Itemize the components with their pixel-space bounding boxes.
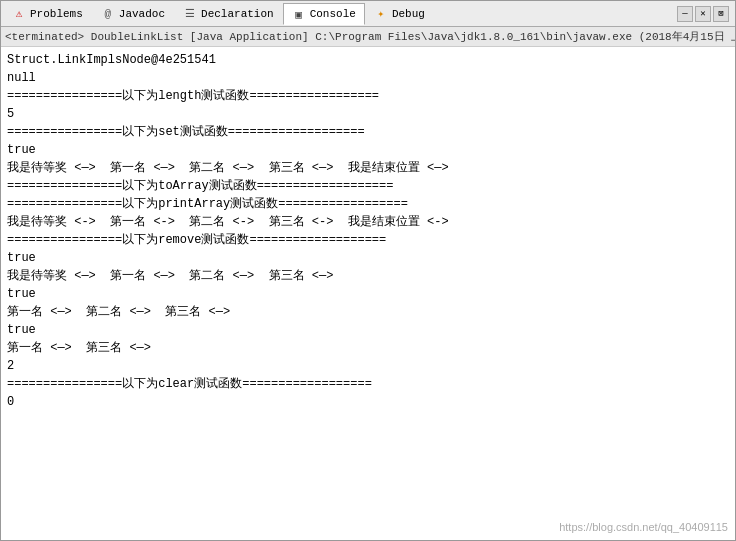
- console-line: true: [7, 321, 729, 339]
- tab-declaration-label: Declaration: [201, 8, 274, 20]
- close-button[interactable]: ⊠: [713, 6, 729, 22]
- console-line: true: [7, 141, 729, 159]
- main-window: ⚠ Problems @ Javadoc ☰ Declaration ▣ Con…: [0, 0, 736, 541]
- console-line: ================以下为printArray测试函数=======…: [7, 195, 729, 213]
- console-line: true: [7, 249, 729, 267]
- status-text: <terminated> DoubleLinkList [Java Applic…: [5, 31, 735, 43]
- console-line: ================以下为clear测试函数============…: [7, 375, 729, 393]
- console-line: 5: [7, 105, 729, 123]
- console-output[interactable]: Struct.LinkImplsNode@4e251541null=======…: [1, 47, 735, 540]
- console-icon: ▣: [292, 7, 306, 21]
- console-line: null: [7, 69, 729, 87]
- tab-console[interactable]: ▣ Console: [283, 3, 365, 25]
- console-line: 我是待等奖 <—> 第一名 <—> 第二名 <—> 第三名 <—>: [7, 267, 729, 285]
- console-line: 我是待等奖 <—> 第一名 <—> 第二名 <—> 第三名 <—> 我是结束位置…: [7, 159, 729, 177]
- tab-console-label: Console: [310, 8, 356, 20]
- watermark: https://blog.csdn.net/qq_40409115: [559, 521, 728, 533]
- status-bar: <terminated> DoubleLinkList [Java Applic…: [1, 27, 735, 47]
- console-line: Struct.LinkImplsNode@4e251541: [7, 51, 729, 69]
- console-line: 0: [7, 393, 729, 411]
- javadoc-icon: @: [101, 7, 115, 21]
- minimize-button[interactable]: —: [677, 6, 693, 22]
- tab-debug-label: Debug: [392, 8, 425, 20]
- tab-problems[interactable]: ⚠ Problems: [3, 3, 92, 25]
- console-line: ================以下为length测试函数===========…: [7, 87, 729, 105]
- debug-icon: ✦: [374, 7, 388, 21]
- console-line: ================以下为toArray测试函数==========…: [7, 177, 729, 195]
- console-line: 第一名 <—> 第三名 <—>: [7, 339, 729, 357]
- maximize-button[interactable]: ✕: [695, 6, 711, 22]
- declaration-icon: ☰: [183, 7, 197, 21]
- window-controls: — ✕ ⊠: [677, 6, 733, 22]
- console-line: 2: [7, 357, 729, 375]
- console-line: true: [7, 285, 729, 303]
- tab-debug[interactable]: ✦ Debug: [365, 3, 434, 25]
- console-line: 第一名 <—> 第二名 <—> 第三名 <—>: [7, 303, 729, 321]
- tab-javadoc-label: Javadoc: [119, 8, 165, 20]
- tab-bar: ⚠ Problems @ Javadoc ☰ Declaration ▣ Con…: [1, 1, 735, 27]
- tab-problems-label: Problems: [30, 8, 83, 20]
- tab-declaration[interactable]: ☰ Declaration: [174, 3, 283, 25]
- console-line: 我是待等奖 <-> 第一名 <-> 第二名 <-> 第三名 <-> 我是结束位置…: [7, 213, 729, 231]
- tab-javadoc[interactable]: @ Javadoc: [92, 3, 174, 25]
- problems-icon: ⚠: [12, 7, 26, 21]
- console-line: ================以下为set测试函数==============…: [7, 123, 729, 141]
- console-line: ================以下为remove测试函数===========…: [7, 231, 729, 249]
